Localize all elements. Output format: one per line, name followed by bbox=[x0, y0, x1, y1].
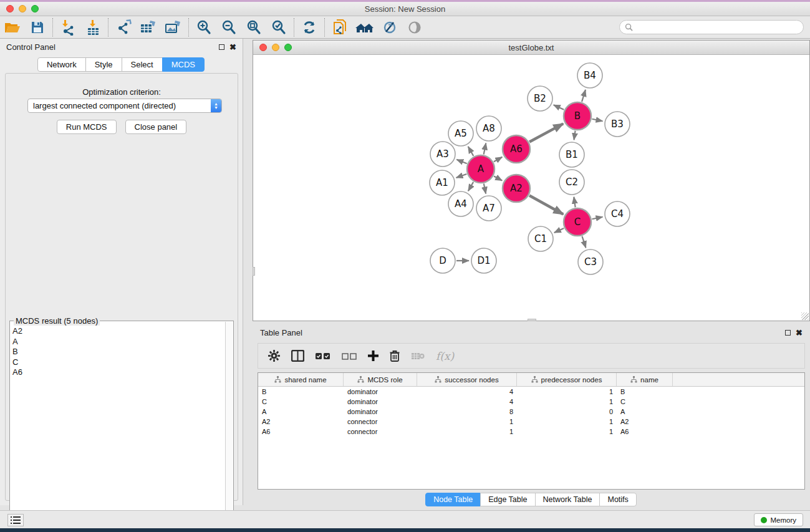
refresh-button[interactable] bbox=[297, 17, 322, 37]
delete-column-icon[interactable] bbox=[390, 350, 400, 362]
close-panel-icon[interactable]: ✖ bbox=[229, 44, 236, 50]
node-table[interactable]: shared nameMCDS rolesuccessor nodesprede… bbox=[258, 372, 805, 490]
hide-style-icon[interactable] bbox=[377, 17, 402, 37]
bottom-scroll-tick[interactable] bbox=[528, 319, 536, 321]
show-view-eye-icon[interactable] bbox=[402, 17, 427, 37]
function-builder-icon[interactable]: f(x) bbox=[436, 350, 454, 362]
node-C4[interactable]: C4 bbox=[605, 201, 630, 226]
tab-node-table[interactable]: Node Table bbox=[425, 493, 481, 506]
float-table-panel-icon[interactable] bbox=[785, 330, 791, 336]
node-A6[interactable]: A6 bbox=[503, 135, 530, 163]
edge-A-A1[interactable] bbox=[456, 174, 467, 178]
result-item[interactable]: A2 bbox=[12, 326, 224, 337]
node-A2[interactable]: A2 bbox=[503, 175, 530, 202]
result-item[interactable]: A bbox=[12, 337, 224, 347]
mcds-result-list[interactable]: A2ABCA6 bbox=[12, 326, 224, 527]
memory-button[interactable]: Memory bbox=[754, 513, 803, 526]
task-history-button[interactable] bbox=[7, 514, 24, 526]
close-table-panel-icon[interactable]: ✖ bbox=[796, 330, 803, 336]
edge-C-C3[interactable] bbox=[582, 236, 586, 248]
edge-A-A5[interactable] bbox=[468, 147, 474, 156]
add-column-icon[interactable] bbox=[368, 351, 378, 361]
node-A3[interactable]: A3 bbox=[430, 142, 455, 167]
search-input[interactable] bbox=[635, 23, 803, 32]
result-scrollbar[interactable] bbox=[225, 322, 233, 528]
node-C2[interactable]: C2 bbox=[559, 170, 584, 195]
run-mcds-button[interactable]: Run MCDS bbox=[57, 120, 117, 134]
edge-A-A7[interactable] bbox=[484, 184, 486, 194]
tab-network-table[interactable]: Network Table bbox=[535, 493, 600, 506]
edge-A6-B[interactable] bbox=[529, 123, 563, 142]
node-B2[interactable]: B2 bbox=[528, 86, 552, 111]
home-button[interactable] bbox=[352, 17, 377, 37]
criterion-select[interactable]: largest connected component (directed) ▲… bbox=[27, 99, 222, 113]
edge-C-C2[interactable] bbox=[574, 197, 575, 207]
tab-select[interactable]: Select bbox=[122, 57, 163, 72]
export-network-button[interactable] bbox=[111, 17, 136, 37]
edge-A-A4[interactable] bbox=[468, 182, 473, 191]
node-D[interactable]: D bbox=[430, 248, 455, 273]
left-scroll-tick[interactable] bbox=[253, 267, 255, 276]
zoom-fit-button[interactable] bbox=[241, 17, 266, 37]
edge-C-C1[interactable] bbox=[554, 228, 564, 233]
edge-B-B2[interactable] bbox=[554, 105, 564, 110]
table-row[interactable]: A6connector11A6 bbox=[258, 427, 804, 437]
edge-A2-C[interactable] bbox=[529, 196, 563, 215]
node-A[interactable]: A bbox=[467, 155, 494, 183]
result-item[interactable]: A6 bbox=[12, 367, 224, 378]
node-C1[interactable]: C1 bbox=[528, 226, 553, 251]
table-row[interactable]: Adominator80A bbox=[258, 407, 804, 417]
tab-style[interactable]: Style bbox=[85, 57, 122, 72]
float-panel-icon[interactable] bbox=[219, 44, 224, 50]
edge-B-B1[interactable] bbox=[574, 131, 575, 140]
open-file-button[interactable] bbox=[0, 17, 25, 37]
node-B3[interactable]: B3 bbox=[605, 112, 630, 137]
export-image-button[interactable] bbox=[161, 17, 186, 37]
column-header-name[interactable]: name bbox=[617, 373, 673, 386]
import-table-button[interactable] bbox=[80, 17, 105, 37]
edge-C-C4[interactable] bbox=[592, 217, 603, 219]
node-A4[interactable]: A4 bbox=[448, 191, 473, 216]
node-D1[interactable]: D1 bbox=[471, 248, 496, 273]
tab-mcds[interactable]: MCDS bbox=[162, 57, 205, 72]
node-C[interactable]: C bbox=[564, 208, 591, 236]
search-box[interactable] bbox=[619, 20, 804, 34]
resize-gripper[interactable] bbox=[801, 312, 809, 320]
save-session-button[interactable] bbox=[25, 17, 50, 37]
edge-A-A6[interactable] bbox=[494, 157, 502, 162]
node-C3[interactable]: C3 bbox=[578, 249, 603, 274]
table-row[interactable]: A2connector11A2 bbox=[258, 417, 804, 427]
column-header-predecessor-nodes[interactable]: predecessor nodes bbox=[517, 373, 617, 386]
column-header-shared-name[interactable]: shared name bbox=[258, 373, 344, 386]
node-B[interactable]: B bbox=[564, 102, 591, 130]
export-table-button[interactable] bbox=[136, 17, 161, 37]
delete-table-icon[interactable] bbox=[411, 352, 425, 360]
new-network-from-selection-button[interactable] bbox=[327, 17, 352, 37]
edge-B-B4[interactable] bbox=[582, 90, 586, 102]
zoom-selected-button[interactable] bbox=[266, 17, 291, 37]
network-canvas[interactable]: B4B2BB3A5A8A3A6B1AA1A2C2A4A7CC4C1C3DD1 bbox=[253, 56, 809, 321]
table-row[interactable]: Bdominator41B bbox=[258, 387, 804, 397]
tab-motifs[interactable]: Motifs bbox=[599, 493, 636, 506]
node-A8[interactable]: A8 bbox=[476, 116, 501, 141]
node-B1[interactable]: B1 bbox=[559, 142, 584, 167]
edge-A-A8[interactable] bbox=[484, 143, 486, 155]
edge-A-A3[interactable] bbox=[456, 160, 466, 163]
tab-edge-table[interactable]: Edge Table bbox=[480, 493, 535, 506]
zoom-out-button[interactable] bbox=[216, 17, 241, 37]
table-row[interactable]: Cdominator41C bbox=[258, 397, 804, 407]
import-network-button[interactable] bbox=[55, 17, 80, 37]
table-options-gear-icon[interactable] bbox=[268, 350, 280, 362]
column-header-MCDS-role[interactable]: MCDS role bbox=[344, 373, 417, 386]
close-panel-button[interactable]: Close panel bbox=[125, 120, 187, 134]
zoom-in-button[interactable] bbox=[191, 17, 216, 37]
edge-A-A2[interactable] bbox=[494, 176, 502, 180]
result-item[interactable]: C bbox=[12, 357, 224, 368]
edge-B-B3[interactable] bbox=[592, 119, 603, 121]
select-all-checkboxes-icon[interactable] bbox=[316, 352, 330, 360]
network-window-titlebar[interactable]: testGlobe.txt bbox=[253, 41, 809, 55]
deselect-all-checkboxes-icon[interactable] bbox=[342, 352, 357, 360]
node-A5[interactable]: A5 bbox=[448, 121, 473, 146]
node-A7[interactable]: A7 bbox=[476, 196, 501, 221]
column-header-successor-nodes[interactable]: successor nodes bbox=[417, 373, 517, 386]
